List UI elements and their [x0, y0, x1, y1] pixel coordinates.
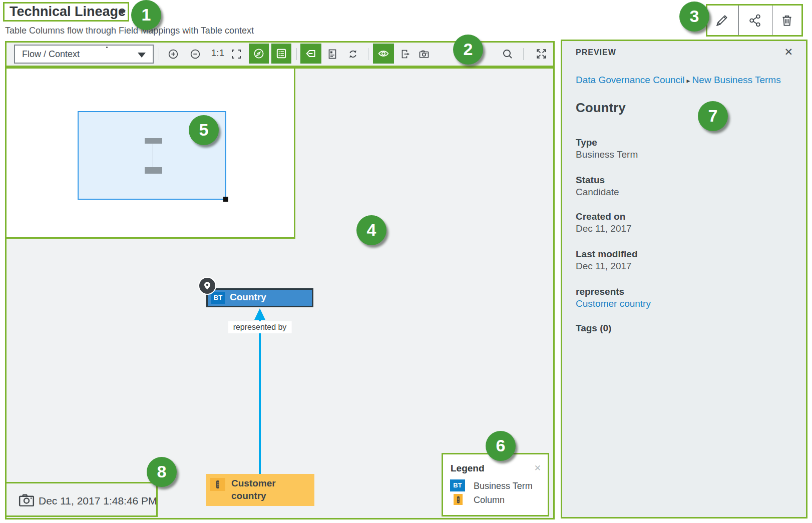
divider: [772, 6, 772, 35]
minimap-node: [145, 167, 162, 174]
fit-to-screen-button[interactable]: [231, 49, 242, 60]
edit-button[interactable]: [714, 13, 730, 29]
annotation-7: 7: [698, 101, 728, 131]
camera-icon: [419, 49, 430, 60]
legend-box: Legend ✕ BT Business Term Column: [442, 453, 549, 516]
report-icon: [327, 49, 338, 60]
cursor-dot: [106, 47, 108, 48]
search-icon: [502, 49, 513, 60]
field-value: Business Term: [576, 149, 791, 161]
trash-icon: [779, 13, 795, 29]
field-represents: represents Customer country: [576, 286, 791, 310]
business-term-badge: BT: [450, 479, 465, 491]
zoom-out-button[interactable]: [190, 49, 201, 60]
close-icon[interactable]: ✕: [534, 463, 541, 473]
minimap-edge: [153, 144, 153, 167]
export-icon: [400, 49, 411, 60]
overview-toggle-button[interactable]: [249, 44, 269, 64]
overview-minimap[interactable]: [5, 67, 295, 239]
eye-icon: [377, 48, 389, 60]
column-icon: [214, 479, 221, 489]
annotation-6: 6: [486, 431, 516, 461]
actual-size-button[interactable]: 1:1: [207, 48, 229, 59]
field-value: Candidate: [576, 186, 791, 198]
pencil-icon: [714, 13, 730, 29]
breadcrumb-link-community[interactable]: New Business Terms: [692, 75, 781, 85]
field-tags: Tags (0): [576, 322, 791, 334]
legend-title: Legend: [451, 463, 485, 474]
edge-label: represented by: [228, 321, 292, 333]
node-country[interactable]: BT Country: [206, 288, 313, 307]
field-last-modified: Last modified Dec 11, 2017: [576, 248, 791, 272]
snapshot-timestamp: Dec 11, 2017 1:48:46 PM: [39, 495, 157, 507]
camera-icon: [19, 493, 35, 507]
column-badge: [210, 478, 225, 491]
field-created-on: Created on Dec 11, 2017: [576, 211, 791, 235]
share-button[interactable]: [747, 13, 763, 29]
annotation-4: 4: [356, 215, 386, 245]
page-title[interactable]: Technical Lineage: [10, 4, 126, 20]
preview-panel-title: PREVIEW: [576, 48, 616, 57]
properties-toggle-button[interactable]: [271, 44, 291, 64]
zoom-out-icon: [190, 49, 201, 60]
divider: [368, 48, 368, 60]
legend-item-label: Business Term: [474, 481, 533, 491]
zoom-in-button[interactable]: [168, 49, 179, 60]
refresh-icon: [347, 49, 358, 60]
field-label: Status: [576, 174, 791, 186]
view-mode-value: Flow / Context: [22, 49, 80, 59]
field-value: Dec 11, 2017: [576, 223, 791, 235]
fullscreen-button[interactable]: [536, 48, 547, 59]
column-icon: [456, 495, 461, 504]
report-button[interactable]: [327, 49, 338, 60]
preview-panel: PREVIEW ✕ Data Governance Council▸New Bu…: [561, 40, 807, 518]
node-customer-country[interactable]: Customer country: [206, 474, 314, 506]
minimap-node: [145, 138, 162, 144]
close-icon[interactable]: ✕: [784, 46, 793, 58]
column-badge: [454, 494, 463, 505]
legend-item-label: Column: [474, 495, 505, 505]
divider: [523, 48, 524, 60]
chevron-down-icon[interactable]: [119, 10, 126, 15]
properties-list-icon: [275, 48, 287, 60]
field-value: Dec 11, 2017: [576, 260, 791, 272]
node-label: Customer country: [231, 477, 309, 502]
edge-arrowhead-icon: [254, 308, 265, 320]
page-title-box: Technical Lineage: [3, 2, 129, 22]
breadcrumb-separator-icon: ▸: [685, 77, 692, 85]
asset-action-bar: [706, 4, 803, 37]
field-type: Type Business Term: [576, 137, 791, 161]
field-value-link[interactable]: Customer country: [576, 298, 791, 310]
visibility-toggle-button[interactable]: [373, 44, 394, 64]
chevron-down-icon: [138, 53, 146, 58]
snapshot-button[interactable]: [419, 49, 430, 60]
field-label: Created on: [576, 211, 791, 223]
breadcrumb-link-domain[interactable]: Data Governance Council: [576, 75, 685, 85]
tag-icon: [305, 48, 317, 60]
location-pin-icon: [198, 277, 216, 295]
minimap-resize-handle[interactable]: [223, 197, 228, 202]
field-label: Last modified: [576, 248, 791, 260]
divider: [738, 6, 739, 35]
fit-to-screen-icon: [231, 49, 242, 60]
delete-button[interactable]: [779, 13, 795, 29]
field-status: Status Candidate: [576, 174, 791, 198]
breadcrumb: Data Governance Council▸New Business Ter…: [576, 73, 786, 88]
technical-lineage-page: Technical Lineage Table Columns flow thr…: [0, 0, 812, 523]
asset-title: Country: [576, 100, 626, 116]
annotation-8: 8: [147, 457, 177, 487]
represented-by-edge: [259, 317, 261, 474]
annotation-2: 2: [453, 35, 483, 65]
business-term-badge: BT: [211, 292, 225, 304]
view-mode-select[interactable]: Flow / Context: [14, 45, 154, 64]
snapshot-timestamp-box: Dec 11, 2017 1:48:46 PM: [5, 482, 158, 517]
node-label: Country: [230, 292, 266, 303]
refresh-button[interactable]: [347, 49, 358, 60]
annotation-1: 1: [131, 0, 161, 30]
search-button[interactable]: [502, 49, 513, 60]
tags-toggle-button[interactable]: [300, 44, 321, 64]
compass-icon: [253, 48, 265, 60]
field-label: represents: [576, 286, 791, 298]
field-label: Tags (0): [576, 322, 791, 334]
export-button[interactable]: [400, 49, 411, 60]
